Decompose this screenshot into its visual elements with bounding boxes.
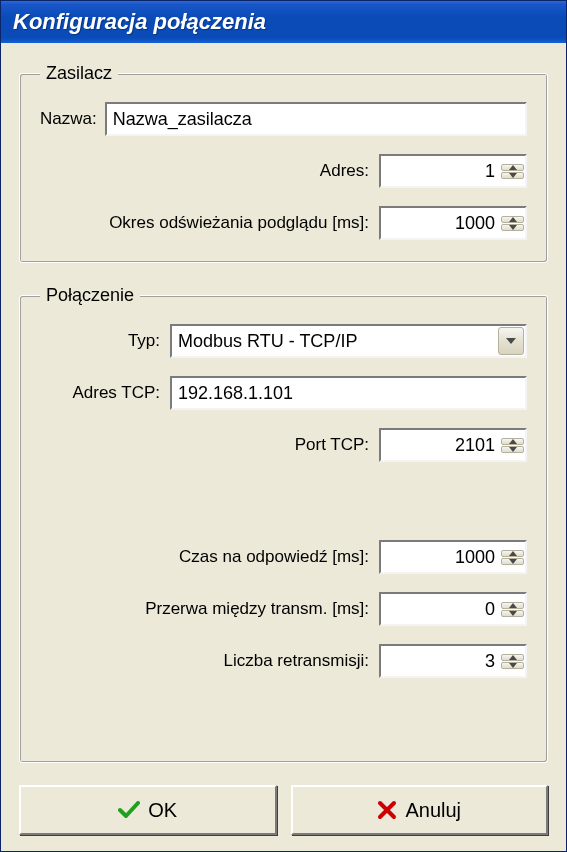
czas-odp-spin-down[interactable] xyxy=(501,558,524,565)
port-tcp-spin-up[interactable] xyxy=(501,438,524,445)
adres-spinner[interactable]: 1 xyxy=(379,154,527,188)
ok-button[interactable]: OK xyxy=(19,785,277,835)
svg-marker-3 xyxy=(509,225,517,230)
button-row: OK Anuluj xyxy=(19,785,548,835)
retrans-spin-down[interactable] xyxy=(501,662,524,669)
dialog-window: Konfiguracja połączenia Zasilacz Nazwa: … xyxy=(0,0,567,852)
czas-odp-spin-up[interactable] xyxy=(501,550,524,557)
svg-marker-6 xyxy=(509,447,517,452)
chevron-down-icon[interactable] xyxy=(498,327,524,355)
svg-marker-10 xyxy=(509,611,517,616)
port-tcp-spin-down[interactable] xyxy=(501,446,524,453)
svg-marker-2 xyxy=(509,217,517,222)
ok-button-label: OK xyxy=(148,799,177,822)
svg-marker-7 xyxy=(509,551,517,556)
group-polaczenie: Połączenie Typ: Modbus RTU - TCP/IP Adre… xyxy=(19,285,548,763)
okres-spin-down[interactable] xyxy=(501,224,524,231)
przerwa-value[interactable]: 0 xyxy=(381,599,501,620)
cancel-button-label: Anuluj xyxy=(405,799,461,822)
x-icon xyxy=(377,800,397,820)
titlebar[interactable]: Konfiguracja połączenia xyxy=(1,1,566,43)
nazwa-label: Nazwa: xyxy=(40,109,105,129)
okres-spinner[interactable]: 1000 xyxy=(379,206,527,240)
okres-value[interactable]: 1000 xyxy=(381,213,501,234)
group-zasilacz: Zasilacz Nazwa: Nazwa_zasilacza Adres: 1 xyxy=(19,63,548,263)
window-title: Konfiguracja połączenia xyxy=(13,9,266,35)
nazwa-input[interactable]: Nazwa_zasilacza xyxy=(105,102,527,136)
adres-spin-up[interactable] xyxy=(501,164,524,171)
przerwa-spin-down[interactable] xyxy=(501,610,524,617)
adres-spin-down[interactable] xyxy=(501,172,524,179)
retrans-spinner[interactable]: 3 xyxy=(379,644,527,678)
adres-value[interactable]: 1 xyxy=(381,161,501,182)
client-area: Zasilacz Nazwa: Nazwa_zasilacza Adres: 1 xyxy=(1,43,566,851)
svg-marker-0 xyxy=(509,165,517,170)
svg-marker-1 xyxy=(509,173,517,178)
nazwa-value: Nazwa_zasilacza xyxy=(113,109,519,130)
svg-marker-12 xyxy=(509,663,517,668)
group-zasilacz-legend: Zasilacz xyxy=(40,63,118,84)
group-polaczenie-legend: Połączenie xyxy=(40,285,140,306)
okres-spin-up[interactable] xyxy=(501,216,524,223)
port-tcp-label: Port TCP: xyxy=(40,435,379,455)
svg-marker-11 xyxy=(509,655,517,660)
czas-odp-spinner[interactable]: 1000 xyxy=(379,540,527,574)
czas-odp-label: Czas na odpowiedź [ms]: xyxy=(40,547,379,567)
typ-label: Typ: xyxy=(40,331,170,351)
okres-label: Okres odświeżania podglądu [ms]: xyxy=(40,213,379,233)
adres-tcp-input[interactable]: 192.168.1.101 xyxy=(170,376,527,410)
retrans-spin-up[interactable] xyxy=(501,654,524,661)
adres-tcp-value: 192.168.1.101 xyxy=(178,383,519,404)
svg-marker-8 xyxy=(509,559,517,564)
przerwa-label: Przerwa między transm. [ms]: xyxy=(40,599,379,619)
adres-label: Adres: xyxy=(40,161,379,181)
adres-tcp-label: Adres TCP: xyxy=(40,383,170,403)
port-tcp-value[interactable]: 2101 xyxy=(381,435,501,456)
svg-marker-5 xyxy=(509,439,517,444)
retrans-value[interactable]: 3 xyxy=(381,651,501,672)
retrans-label: Liczba retransmisji: xyxy=(40,651,379,671)
svg-marker-9 xyxy=(509,603,517,608)
check-icon xyxy=(118,801,140,819)
czas-odp-value[interactable]: 1000 xyxy=(381,547,501,568)
typ-combo[interactable]: Modbus RTU - TCP/IP xyxy=(170,324,527,358)
przerwa-spinner[interactable]: 0 xyxy=(379,592,527,626)
typ-value: Modbus RTU - TCP/IP xyxy=(178,331,497,352)
port-tcp-spinner[interactable]: 2101 xyxy=(379,428,527,462)
cancel-button[interactable]: Anuluj xyxy=(291,785,549,835)
przerwa-spin-up[interactable] xyxy=(501,602,524,609)
svg-marker-4 xyxy=(506,338,516,344)
